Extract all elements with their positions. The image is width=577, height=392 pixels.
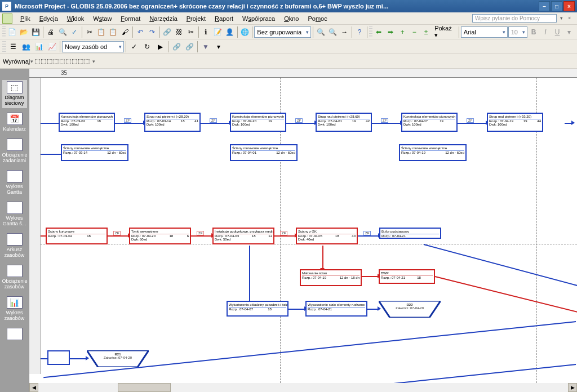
scroll-track[interactable]	[38, 383, 568, 392]
level-btn-6[interactable]: ⬚	[65, 57, 71, 65]
outdent-button[interactable]: ⬅	[373, 26, 384, 38]
copy-button[interactable]: 📋	[96, 26, 107, 38]
task-node[interactable]: BWP Rozp.: 07-04-2118	[379, 269, 435, 284]
cut-button[interactable]: ✂	[84, 26, 95, 38]
print-button[interactable]: 🖨	[45, 26, 56, 38]
task-node[interactable]: Instalacje podtynkowe, przyłącza mediów …	[212, 228, 274, 244]
reschedule-button[interactable]: ↻	[141, 41, 153, 53]
grouping-combo[interactable]: Bez grupowania	[254, 26, 311, 38]
split-task-button[interactable]: ✂	[185, 26, 197, 38]
task-notes-button[interactable]: 📝	[212, 26, 224, 38]
goto-task-button[interactable]: →	[339, 26, 350, 38]
menu-view[interactable]: Widok	[63, 14, 89, 23]
task-node[interactable]: Ściany murowane wewnętrzne Rozp.: 07-04-…	[399, 144, 467, 161]
level-btn-5[interactable]: ⬚	[59, 57, 65, 65]
report-button[interactable]: 📈	[46, 41, 58, 53]
buffer-node[interactable]: B22Zakończ.:07-04-20	[379, 301, 441, 318]
help-search-input[interactable]	[472, 14, 557, 23]
filter-button[interactable]: ▼	[199, 41, 212, 53]
open-button[interactable]: 📂	[18, 26, 29, 38]
menubar-small-dropdown[interactable]: ▾	[560, 15, 567, 22]
task-node[interactable]: Wykończenia okładziny posadzek i ścian R…	[227, 301, 288, 317]
task-node[interactable]: Bufor podstawowy Rozp.: 07-04-21	[379, 228, 441, 239]
task-node[interactable]: Ściany murowane wewnętrzne Rozp.: 07-03-…	[61, 144, 128, 161]
toolbar-handle-2[interactable]	[369, 26, 372, 38]
view-task-usage[interactable]: ☰ Obciążenie zadaniami	[2, 137, 27, 166]
menu-project[interactable]: Projekt	[182, 14, 210, 23]
level-btn-3[interactable]: ⬚	[47, 57, 52, 65]
view-resource-sheet[interactable]: ☰ Arkusz zasobów	[2, 232, 27, 260]
view-gantt[interactable]: ▦ Wykres Gantta	[2, 169, 27, 197]
spellcheck-button[interactable]: ✓	[69, 26, 80, 38]
more-format-button[interactable]: ▾	[563, 26, 575, 38]
level-btn-2[interactable]: ⬚	[41, 57, 46, 65]
track-button[interactable]: 📊	[33, 41, 45, 53]
unlink-tasks-button[interactable]: 🔗	[183, 41, 196, 53]
show-dropdown[interactable]: Pokaż ▾	[432, 25, 457, 39]
task-node[interactable]: Ściany murowane wewnętrzne Rozp.: 07-04-…	[230, 144, 298, 161]
italic-button[interactable]: I	[540, 26, 551, 38]
task-node[interactable]	[47, 350, 70, 365]
autofilter-button[interactable]: ▾	[212, 41, 225, 53]
task-info-button[interactable]: ℹ	[201, 26, 212, 38]
view-more[interactable]: ☰	[2, 327, 27, 344]
fontsize-combo[interactable]: 10	[508, 26, 527, 38]
new-resource-combo[interactable]: Nowy zasób od	[62, 41, 124, 52]
show-subtasks-button[interactable]: +	[397, 26, 408, 38]
resources-button[interactable]: 👥	[20, 41, 32, 53]
minimize-button[interactable]: –	[539, 1, 550, 11]
task-node[interactable]: Konstrukcja elementów pionowych Rozp.: 0…	[401, 113, 458, 132]
unlink-button[interactable]: ⛓	[174, 26, 185, 38]
task-node[interactable]: Ściany z GK Rozp.: 07-04-051840 Dwk: 40e…	[296, 228, 358, 244]
task-node[interactable]: Wyposażenie stałe elementy ruchome Rozp.…	[305, 301, 367, 317]
menu-file[interactable]: Plik	[16, 14, 35, 23]
indent-button[interactable]: ➡	[385, 26, 396, 38]
undo-button[interactable]: ↶	[135, 26, 146, 38]
scroll-thumb[interactable]	[118, 383, 171, 392]
view-resource-usage[interactable]: ☰ Obciążenie zasobów	[2, 264, 27, 292]
task-node[interactable]: Strop nad piętrem i (+28,20) Rozp.: 07-0…	[144, 113, 201, 132]
publish-button[interactable]: 🌐	[239, 26, 250, 38]
link-tasks-button[interactable]: 🔗	[170, 41, 183, 53]
close-button[interactable]: ×	[563, 1, 575, 11]
view-resource-graph[interactable]: 📊 Wykres zasobów	[2, 295, 27, 323]
hide-subtasks-button[interactable]: −	[409, 26, 420, 38]
task-node[interactable]: Malowanie ścian Rozp.: 07-04-1912 dn - 1…	[300, 269, 362, 286]
view-calendar[interactable]: 📅 Kalendarz	[2, 112, 27, 134]
underline-button[interactable]: U	[552, 26, 563, 38]
hide-assignments-button[interactable]: ±	[420, 26, 432, 38]
toolbar-handle-3[interactable]	[2, 41, 6, 52]
assign-resources-button[interactable]: 👤	[224, 26, 236, 38]
menu-format[interactable]: Format	[116, 14, 145, 23]
update-tasks-button[interactable]: ✓	[128, 41, 140, 53]
task-node[interactable]: Ściany kurtynowe Rozp.: 07-03-0218	[46, 228, 108, 244]
task-node[interactable]: Tynki wewnętrzne Rozp.: 07-03-20186 Dwk:…	[129, 228, 191, 244]
level-btn-1[interactable]: ⬚	[34, 57, 40, 65]
paste-button[interactable]: 📋	[108, 26, 119, 38]
new-button[interactable]: 📄	[6, 26, 17, 38]
level-btn-4[interactable]: ⬚	[53, 57, 59, 65]
doc-close-button[interactable]: ×	[568, 15, 575, 22]
task-node[interactable]: Strop nad piętrem i (+28,60) Rozp.: 07-0…	[316, 113, 372, 132]
task-node[interactable]: Strop nad piętrem i (+33,20) Rozp.: 07-0…	[487, 113, 543, 132]
zoom-out-button[interactable]: 🔍	[327, 26, 338, 38]
menu-help[interactable]: Pomoc	[303, 14, 331, 23]
zoom-in-button[interactable]: 🔍	[315, 26, 326, 38]
level-btn-8[interactable]: ⬚	[78, 57, 83, 65]
menu-insert[interactable]: Wstaw	[88, 14, 116, 23]
save-button[interactable]: 💾	[30, 26, 41, 38]
redo-button[interactable]: ↷	[147, 26, 158, 38]
task-node[interactable]: Konstrukcja elementów pionowych Rozp.: 0…	[59, 113, 115, 132]
view-gantt-tracking[interactable]: ▦ Wykres Gantta ś...	[2, 201, 27, 229]
menu-window[interactable]: Okno	[279, 14, 303, 23]
link-button[interactable]: 🔗	[162, 26, 173, 38]
scroll-right-button[interactable]: ▶	[568, 383, 577, 392]
menu-tools[interactable]: Narzędzia	[145, 14, 182, 23]
level-btn-7[interactable]: ⬚	[72, 57, 77, 65]
tasks-button[interactable]: ☰	[7, 41, 19, 53]
toolbar-handle[interactable]	[2, 26, 6, 38]
level-btn-9[interactable]: ⬚	[84, 57, 90, 65]
menu-report[interactable]: Raport	[210, 14, 238, 23]
print-preview-button[interactable]: 🔍	[57, 26, 68, 38]
task-node[interactable]: Konstrukcja elementów pionowych Rozp.: 0…	[230, 113, 286, 132]
